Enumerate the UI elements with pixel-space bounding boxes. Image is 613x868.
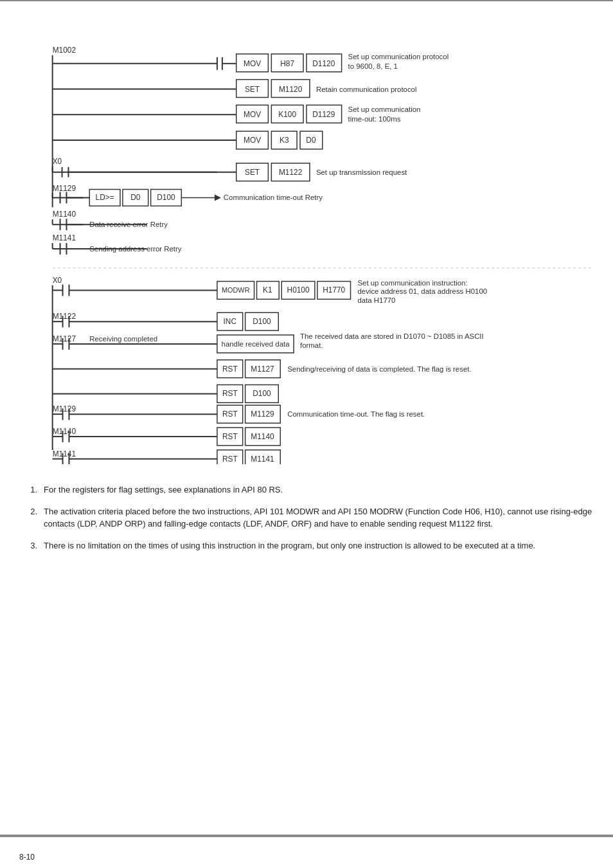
svg-text:M1122: M1122: [279, 168, 303, 177]
diagram-container: M1002 MOV H87 D1120 Set up communication…: [19, 14, 594, 464]
notes-section: 1. For the registers for flag settings, …: [19, 484, 594, 552]
svg-text:MOV: MOV: [244, 59, 261, 68]
note-1: 1. For the registers for flag settings, …: [19, 484, 594, 496]
svg-text:K100: K100: [278, 110, 296, 119]
svg-text:M1127: M1127: [251, 365, 274, 374]
svg-text:Receiving completed: Receiving completed: [89, 335, 157, 343]
svg-text:Communication time-out. The fl: Communication time-out. The flag is rese…: [287, 410, 425, 418]
svg-text:RST: RST: [222, 455, 238, 464]
svg-text:D100: D100: [253, 317, 271, 326]
svg-text:Set up communication: Set up communication: [348, 105, 421, 113]
svg-text:INC: INC: [224, 317, 237, 326]
note-3-text: There is no limitation on the times of u…: [44, 539, 594, 552]
svg-text:M1127: M1127: [53, 334, 76, 343]
m1002-label: M1002: [53, 46, 76, 55]
note-2-number: 2.: [19, 505, 37, 518]
svg-text:RST: RST: [222, 410, 238, 419]
svg-text:D0: D0: [130, 193, 141, 202]
svg-text:M1122: M1122: [53, 312, 76, 321]
svg-text:M1141: M1141: [53, 233, 76, 242]
svg-text:K1: K1: [263, 285, 272, 294]
svg-text:M1120: M1120: [279, 85, 303, 94]
svg-text:M1140: M1140: [53, 210, 76, 219]
svg-text:Communication time-out Retry: Communication time-out Retry: [224, 194, 323, 201]
svg-text:M1141: M1141: [251, 455, 274, 464]
svg-text:MODWR: MODWR: [222, 286, 250, 294]
note-1-number: 1.: [19, 484, 37, 496]
svg-text:M1129: M1129: [53, 404, 76, 413]
svg-text:MOV: MOV: [244, 110, 261, 119]
svg-text:K3: K3: [280, 136, 289, 145]
svg-text:to 9600, 8, E, 1: to 9600, 8, E, 1: [348, 62, 398, 70]
svg-text:handle received data: handle received data: [222, 340, 290, 348]
svg-text:Sending address error Retry: Sending address error Retry: [89, 245, 182, 253]
note-2-text: The activation criteria placed before th…: [44, 505, 594, 530]
svg-marker-60: [215, 194, 221, 201]
svg-text:RST: RST: [222, 389, 238, 398]
svg-text:SET: SET: [245, 85, 260, 94]
svg-text:D100: D100: [253, 389, 271, 398]
svg-text:RST: RST: [222, 432, 238, 441]
svg-text:X0: X0: [53, 157, 62, 166]
svg-text:M1140: M1140: [251, 432, 274, 441]
svg-text:Data receive error Retry: Data receive error Retry: [89, 221, 168, 228]
svg-text:Set up communication instructi: Set up communication instruction:: [357, 279, 467, 287]
svg-text:data H1770: data H1770: [357, 296, 395, 304]
svg-text:H0100: H0100: [287, 285, 310, 294]
svg-text:time-out: 100ms: time-out: 100ms: [348, 115, 401, 123]
svg-text:LD>=: LD>=: [96, 193, 114, 202]
svg-text:D100: D100: [157, 193, 175, 202]
svg-text:M1140: M1140: [53, 427, 76, 436]
svg-text:X0: X0: [53, 276, 62, 285]
note-2: 2. The activation criteria placed before…: [19, 505, 594, 530]
svg-text:RST: RST: [222, 365, 238, 374]
page-number: 8-10: [19, 853, 35, 862]
note-3: 3. There is no limitation on the times o…: [19, 539, 594, 552]
svg-text:Retain communication protocol: Retain communication protocol: [316, 86, 417, 93]
svg-text:D0: D0: [306, 136, 316, 145]
svg-text:M1141: M1141: [53, 449, 76, 458]
svg-text:device address 01, data addres: device address 01, data address H0100: [357, 287, 487, 295]
svg-text:The received data are stored i: The received data are stored in D1070 ~ …: [300, 332, 484, 340]
svg-text:format.: format.: [300, 341, 323, 349]
svg-text:MOV: MOV: [244, 136, 261, 145]
svg-text:M1129: M1129: [251, 410, 274, 419]
svg-text:H1770: H1770: [323, 285, 345, 294]
svg-text:SET: SET: [245, 168, 260, 177]
svg-text:M1129: M1129: [53, 184, 76, 193]
svg-text:D1120: D1120: [312, 59, 335, 68]
note-1-text: For the registers for flag settings, see…: [44, 484, 594, 496]
ladder-diagram: M1002 MOV H87 D1120 Set up communication…: [19, 14, 594, 464]
page-content: M1002 MOV H87 D1120 Set up communication…: [0, 0, 613, 836]
svg-text:H87: H87: [280, 59, 294, 68]
note-3-number: 3.: [19, 539, 37, 552]
svg-text:D1129: D1129: [312, 110, 335, 119]
svg-text:Set up transmission request: Set up transmission request: [316, 168, 407, 176]
svg-text:Set up communication protocol: Set up communication protocol: [348, 53, 449, 60]
svg-text:Sending/receiving of data is c: Sending/receiving of data is completed. …: [287, 365, 471, 373]
